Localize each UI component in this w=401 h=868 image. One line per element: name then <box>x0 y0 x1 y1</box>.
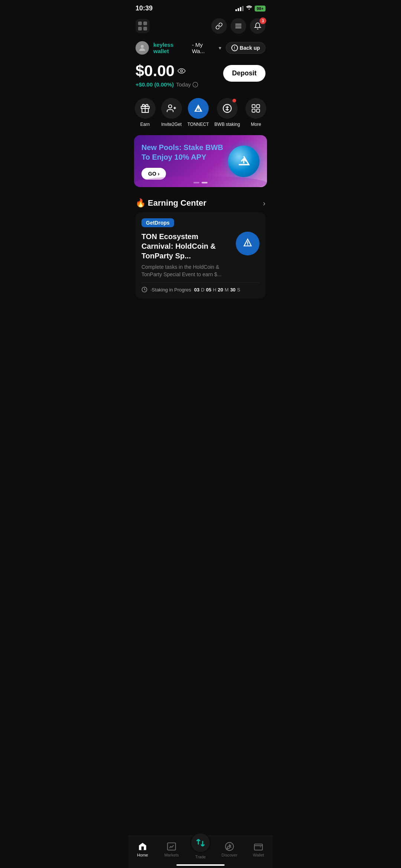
balance-change: +$0.00 (0.00%) Today <box>136 81 198 88</box>
bwb-dot <box>232 99 236 102</box>
wallet-header: keyless wallet - My Wa... ▾ ! Back up <box>128 38 273 56</box>
balance-left: $0.00 +$0.00 (0.00%) Today <box>136 62 198 88</box>
status-icons: 98+ <box>235 5 265 12</box>
gift-icon <box>140 104 150 113</box>
banner-title: New Pools: Stake BWB To Enjoy 10% APY <box>141 143 223 162</box>
battery-icon: 98+ <box>255 6 265 12</box>
svg-rect-1 <box>143 22 147 25</box>
svg-point-14 <box>169 105 172 108</box>
status-time: 10:39 <box>136 4 153 12</box>
card-footer: ·Staking in Progres 03 D 05 H 20 M 30 S <box>141 283 260 293</box>
top-nav: 3 <box>128 15 273 38</box>
bwb-staking-circle <box>217 98 238 119</box>
earning-center-section: 🔥 Earning Center › GetDrops TON Ecosyste… <box>128 192 273 301</box>
svg-rect-3 <box>143 27 147 30</box>
backup-warning-icon: ! <box>231 45 238 51</box>
svg-rect-2 <box>138 27 142 30</box>
balance-section: $0.00 +$0.00 (0.00%) Today Deposit <box>128 56 273 91</box>
actions-row: Earn Invite2Get TONNECT <box>128 91 273 130</box>
bwb-staking-action[interactable]: BWB staking <box>215 98 240 127</box>
svg-point-8 <box>180 70 183 72</box>
earn-circle <box>135 98 156 119</box>
card-content: TON Ecosystem Carnival: HoldCoin & TonPa… <box>141 232 260 278</box>
tonnect-action[interactable]: TONNECT <box>188 98 209 127</box>
status-bar: 10:39 98+ <box>128 0 273 15</box>
wallet-avatar <box>136 41 149 55</box>
svg-point-7 <box>141 45 144 48</box>
banner-coin <box>228 146 260 177</box>
signal-icon <box>235 6 244 11</box>
banner[interactable]: New Pools: Stake BWB To Enjoy 10% APY GO… <box>134 135 267 187</box>
tonnect-icon <box>193 104 203 113</box>
backup-button[interactable]: ! Back up <box>226 42 265 54</box>
earn-action[interactable]: Earn <box>135 98 156 127</box>
menu-button[interactable] <box>231 18 246 34</box>
svg-point-28 <box>247 245 248 246</box>
svg-rect-23 <box>252 109 255 112</box>
wallet-chevron-icon: ▾ <box>219 45 221 51</box>
earning-card[interactable]: GetDrops TON Ecosystem Carnival: HoldCoi… <box>136 212 265 298</box>
earning-center-header: 🔥 Earning Center › <box>136 198 265 208</box>
deposit-button[interactable]: Deposit <box>223 65 265 82</box>
svg-rect-0 <box>138 22 142 25</box>
tonnect-circle <box>188 98 209 119</box>
user-plus-icon <box>167 104 176 113</box>
invite2get-circle <box>161 98 182 119</box>
banner-go-button[interactable]: GO › <box>141 168 166 180</box>
card-description: Complete tasks in the HoldCoin & TonPart… <box>141 264 231 278</box>
wifi-icon <box>246 5 252 12</box>
clock-icon <box>141 287 147 293</box>
more-circle <box>245 98 266 119</box>
notification-badge: 3 <box>260 17 266 24</box>
balance-amount: $0.00 <box>136 62 198 80</box>
earning-center-title: 🔥 Earning Center <box>136 198 206 208</box>
app-logo[interactable] <box>136 19 150 33</box>
notifications-button[interactable]: 3 <box>250 18 265 34</box>
banner-left: New Pools: Stake BWB To Enjoy 10% APY GO… <box>141 143 223 180</box>
eye-icon[interactable] <box>177 67 186 75</box>
wallet-name[interactable]: keyless wallet - My Wa... ▾ <box>153 42 221 54</box>
info-icon <box>192 82 198 88</box>
invite2get-action[interactable]: Invite2Get <box>161 98 182 127</box>
nav-right: 3 <box>211 18 265 34</box>
earning-center-arrow[interactable]: › <box>263 199 265 208</box>
banner-dots <box>193 182 208 183</box>
more-action[interactable]: More <box>245 98 266 127</box>
svg-rect-22 <box>257 105 260 108</box>
card-title: TON Ecosystem Carnival: HoldCoin & TonPa… <box>141 232 231 261</box>
dollar-icon <box>222 104 232 113</box>
svg-rect-21 <box>252 105 255 108</box>
link-button[interactable] <box>211 18 227 34</box>
card-text: TON Ecosystem Carnival: HoldCoin & TonPa… <box>141 232 231 278</box>
grid-icon <box>251 104 261 113</box>
card-icon <box>236 232 260 255</box>
timer: 03 D 05 H 20 M 30 S <box>194 287 240 293</box>
getdrops-badge: GetDrops <box>141 218 174 227</box>
svg-rect-24 <box>257 109 260 112</box>
